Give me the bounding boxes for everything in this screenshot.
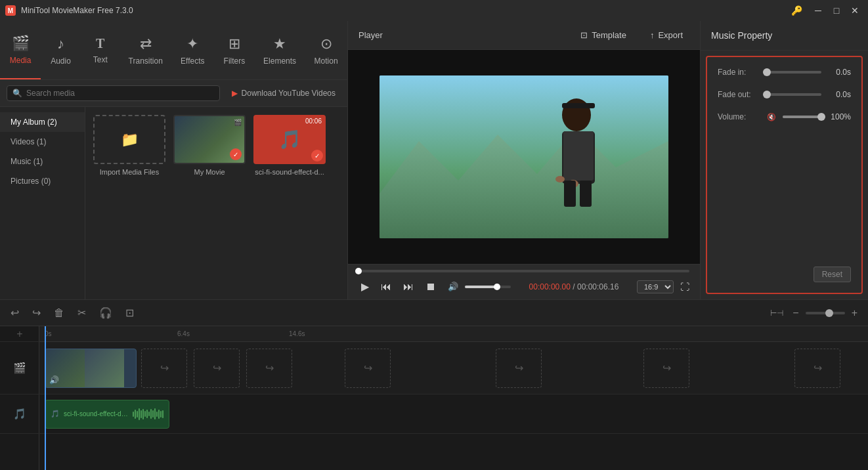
transition-slot-2[interactable]: ↪	[194, 349, 240, 388]
check-badge: ✓	[311, 150, 323, 161]
undo-button[interactable]: ↩	[8, 305, 22, 320]
sidebar-item-music[interactable]: Music (1)	[0, 152, 85, 171]
sidebar-item-videos[interactable]: Videos (1)	[0, 132, 85, 152]
add-media-button[interactable]: +	[0, 326, 39, 342]
zoom-out-button[interactable]: −	[790, 306, 801, 320]
reset-button[interactable]: Reset	[814, 267, 851, 282]
elements-icon: ★	[273, 35, 286, 53]
template-icon: ⊡	[580, 30, 588, 40]
sidebar-item-pictures[interactable]: Pictures (0)	[0, 171, 85, 191]
sci-fi-thumb[interactable]: 🎵 00:06 ✓	[253, 115, 326, 164]
audio-label: Audio	[51, 56, 71, 66]
export-button[interactable]: ↑ Export	[643, 28, 689, 43]
search-input-wrap[interactable]: 🔍	[7, 85, 220, 101]
svg-rect-8	[564, 181, 576, 207]
toolbar-item-elements[interactable]: ★ Elements	[255, 21, 305, 79]
list-item[interactable]: 🎬 ✓ My Movie	[173, 115, 246, 176]
volume-button[interactable]: 🔊	[445, 280, 461, 293]
volume-slider[interactable]	[465, 286, 511, 288]
music-property-title: Music Property	[701, 21, 868, 51]
toolbar-item-filters[interactable]: ⊞ Filters	[214, 21, 255, 79]
progress-bar[interactable]	[358, 270, 689, 272]
transition-slot-3[interactable]: ↪	[246, 349, 292, 388]
import-icon: 📁	[121, 131, 139, 148]
redo-button[interactable]: ↪	[30, 305, 43, 320]
maximize-button[interactable]: □	[829, 3, 844, 18]
fade-in-row: Fade in: 0.0s	[718, 68, 851, 77]
video-track: 🔊 ↪ ↪ ↪ ↪ ↪ ↪ ↪	[39, 342, 868, 395]
transition-slot-4[interactable]: ↪	[345, 349, 391, 388]
media-panel: 🔍 ▶ Download YouTube Videos My Album (2)…	[0, 80, 347, 299]
minimize-button[interactable]: ─	[810, 3, 826, 18]
sidebar-item-my-album[interactable]: My Album (2)	[0, 112, 85, 132]
toolbar-item-audio[interactable]: ♪ Audio	[41, 21, 81, 79]
video-preview	[380, 75, 668, 238]
fade-in-value: 0.0s	[828, 68, 851, 77]
search-input[interactable]	[26, 89, 214, 98]
next-frame-button[interactable]: ⏭	[401, 280, 416, 294]
text-label: Text	[93, 55, 108, 64]
toolbar: 🎬 Media ♪ Audio T Text ⇄ Transition ✦ Ef…	[0, 21, 347, 80]
fade-out-dot	[763, 91, 771, 98]
fade-in-label: Fade in:	[718, 68, 760, 77]
zoom-in-button[interactable]: +	[849, 306, 860, 320]
aspect-ratio-select[interactable]: 16:9 4:3 1:1 9:16	[637, 280, 674, 293]
timeline-content: 0s 6.4s 14.6s 🔊 ↪ ↪	[39, 326, 868, 470]
import-media-thumb[interactable]: 📁	[93, 115, 165, 164]
timeline-playhead	[45, 326, 46, 470]
timeline-area: + 🎬 🎵 0s 6.4s 14.6s	[0, 326, 868, 470]
toolbar-item-motion[interactable]: ⊙ Motion	[305, 21, 347, 79]
volume-fill	[465, 286, 497, 288]
zoom-split-icon: ⊢⊣	[768, 307, 786, 319]
fade-out-slider[interactable]	[767, 93, 821, 96]
total-time: 00:00:06.16	[577, 282, 618, 291]
audio-detach-button[interactable]: 🎧	[97, 305, 115, 320]
list-item[interactable]: 📁 Import Media Files	[93, 115, 165, 176]
filters-icon: ⊞	[228, 35, 240, 53]
fade-in-dot	[763, 68, 771, 76]
zoom-slider[interactable]	[806, 312, 845, 314]
prev-frame-button[interactable]: ⏮	[378, 280, 394, 294]
media-label: Media	[10, 56, 32, 65]
crop-button[interactable]: ⊡	[123, 305, 137, 320]
app-icon: M	[5, 5, 16, 16]
volume-row: Volume: 🔇 100%	[718, 112, 851, 121]
play-button[interactable]: ▶	[358, 279, 372, 294]
audio-clip[interactable]: 🎵 sci-fi-sound-effect-designed-ci	[45, 400, 169, 429]
my-movie-thumb[interactable]: 🎬 ✓	[173, 115, 246, 164]
filters-label: Filters	[224, 56, 246, 66]
fade-in-slider[interactable]	[767, 71, 821, 74]
toolbar-item-transition[interactable]: ⇄ Transition	[120, 21, 171, 79]
sound-on-icon: 🔊	[49, 375, 59, 385]
download-youtube-button[interactable]: ▶ Download YouTube Videos	[227, 86, 341, 100]
video-clip[interactable]: 🔊	[45, 349, 137, 388]
transition-slot-5[interactable]: ↪	[496, 349, 542, 388]
volume-label: Volume:	[718, 112, 760, 121]
fade-out-value: 0.0s	[828, 90, 851, 99]
list-item[interactable]: 🎵 00:06 ✓ sci-fi-sound-effect-d...	[253, 115, 326, 176]
toolbar-item-text[interactable]: T Text	[81, 21, 120, 79]
cut-button[interactable]: ✂	[75, 305, 89, 320]
bottom-panel: ↩ ↪ 🗑 ✂ 🎧 ⊡ ⊢⊣ − + + 🎬 🎵 0s 6.4s	[0, 299, 868, 470]
zoom-dot	[825, 309, 833, 317]
transition-slot-1[interactable]: ↪	[141, 349, 187, 388]
progress-dot	[355, 268, 362, 274]
toolbar-item-media[interactable]: 🎬 Media	[0, 21, 41, 79]
stop-button[interactable]: ⏹	[423, 280, 439, 294]
delete-button[interactable]: 🗑	[51, 306, 67, 320]
music-note-icon: 🎵	[278, 129, 301, 150]
titlebar: M MiniTool MovieMaker Free 7.3.0 🔑 ─ □ ✕	[0, 0, 868, 21]
transition-slot-6[interactable]: ↪	[643, 349, 689, 388]
player-header: Player ⊡ Template ↑ Export	[348, 21, 700, 50]
close-button[interactable]: ✕	[847, 3, 863, 18]
timeline-toolbar: ↩ ↪ 🗑 ✂ 🎧 ⊡ ⊢⊣ − +	[0, 300, 868, 326]
svg-point-7	[555, 176, 565, 182]
text-icon: T	[96, 36, 104, 51]
elements-label: Elements	[263, 56, 296, 66]
toolbar-item-effects[interactable]: ✦ Effects	[171, 21, 214, 79]
volume-property-slider[interactable]	[783, 116, 821, 118]
left-panel: 🎬 Media ♪ Audio T Text ⇄ Transition ✦ Ef…	[0, 21, 348, 299]
template-button[interactable]: ⊡ Template	[574, 28, 633, 43]
fullscreen-button[interactable]: ⛶	[680, 282, 689, 292]
transition-slot-7[interactable]: ↪	[794, 349, 840, 388]
